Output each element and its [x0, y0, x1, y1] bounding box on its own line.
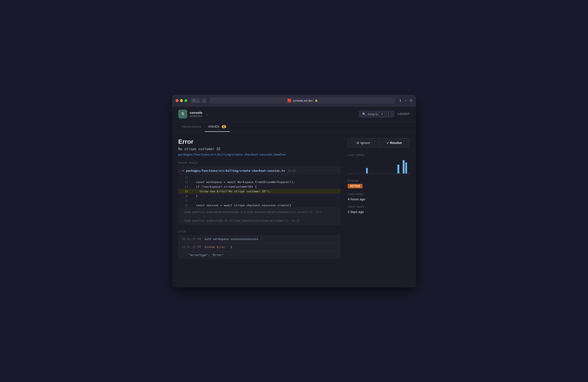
url-text: console.sst.dev: [293, 99, 313, 102]
share-button[interactable]: ⬆: [399, 98, 402, 103]
chart-bar: [369, 173, 371, 174]
chart-bar: [356, 173, 357, 174]
code-line-15-highlighted: 15 throw new Error("No stripe customer I…: [178, 189, 340, 194]
collapsed-frame-2-header[interactable]: › node_modules/.pnpm/sst@2.24.27/node_mo…: [178, 217, 340, 225]
right-panel: ⊘ Ignore ✓ Resolve LAST 24HRS STATUS ACT…: [348, 138, 410, 281]
top-bar: S console production ⌄ 🔍 Jump to ⌘ K LOG…: [172, 107, 416, 122]
chart-bar: [397, 165, 399, 174]
issues-badge: 5: [222, 125, 226, 128]
tab-favicon: 🟥: [287, 99, 291, 102]
error-message: No stripe customer ID: [178, 147, 340, 151]
chart-bar: [408, 173, 410, 174]
logout-button[interactable]: LOGOUT: [398, 112, 410, 115]
brand-chevron-icon[interactable]: ⌄: [206, 112, 209, 116]
main-content: Error No stripe customer ID packages/fun…: [172, 132, 416, 287]
new-tab-button[interactable]: +: [405, 98, 407, 103]
chart-container: [348, 159, 410, 174]
frame-expand-icon-2: ›: [182, 219, 183, 222]
error-path[interactable]: packages/functions/src/billing/create-ch…: [178, 153, 340, 156]
chart-bar: [358, 173, 360, 174]
code-line-12: 12: [178, 175, 340, 180]
log-content-2: Invoke Error {: [204, 245, 232, 249]
maximize-button[interactable]: [185, 99, 187, 102]
primary-frame-path: packages/functions/src/billing/create-ch…: [186, 169, 285, 172]
logs-container: 12:51:27 PM auth workspace xxxxxxxxxxxxx…: [178, 235, 340, 259]
sidebar-toggle[interactable]: ⊡ ⌄: [191, 98, 200, 103]
nav-item-resources[interactable]: RESOURCES: [178, 122, 205, 132]
log-time-1: 12:51:27 PM: [182, 237, 201, 241]
error-title: Error: [178, 138, 340, 145]
chart-bar: [381, 173, 384, 174]
primary-frame-location: 15:43: [288, 169, 295, 172]
primary-stack-frame: ▼ packages/functions/src/billing/create-…: [178, 166, 340, 208]
top-bar-right: 🔍 Jump to ⌘ K LOGOUT: [359, 111, 410, 118]
logs-label: LOGS: [178, 230, 340, 233]
log-line-2: 12:51:27 PM Invoke Error {: [178, 243, 340, 251]
chart-bar: [374, 173, 376, 174]
last-seen-value: 4 hours ago: [348, 197, 410, 201]
code-line-16: 16 }: [178, 194, 340, 198]
ignore-icon: ⊘: [357, 141, 359, 145]
log-line-3: "errorType": "Error": [178, 251, 340, 259]
search-icon: 🔍: [362, 112, 366, 116]
back-button[interactable]: ‹: [202, 98, 207, 103]
chart-bar: [392, 173, 394, 174]
chart-bar: [384, 173, 386, 174]
browser-chrome: ⊡ ⌄ ‹ 🟥 console.sst.dev 🔒 ⬆ + ⧉: [172, 95, 416, 107]
last-seen-section: LAST SEEN 4 hours ago: [348, 193, 410, 201]
frame-expand-icon-1: ›: [182, 211, 183, 213]
nav-bar: RESOURCES ISSUES 5: [172, 122, 416, 132]
brand-logo: S: [178, 110, 187, 118]
collapsed-frame-1-header[interactable]: › node_modules/.pnpm/@noble+hashes@1.3.2…: [178, 208, 340, 216]
code-line-13: 13 const workspace = await Workspace.fro…: [178, 180, 340, 184]
chart-bar: [350, 173, 352, 174]
code-block: 12 13 const workspace = await Workspace.…: [178, 175, 340, 208]
log-line-1: 12:51:27 PM auth workspace xxxxxxxxxxxxx…: [178, 235, 340, 243]
chart-bar: [387, 173, 389, 174]
code-line-17: 17: [178, 198, 340, 203]
nav-item-issues[interactable]: ISSUES 5: [205, 122, 230, 132]
chart-bar: [348, 173, 350, 174]
minimize-button[interactable]: [180, 99, 183, 102]
kbd-k: K: [386, 112, 391, 116]
ignore-button[interactable]: ⊘ Ignore: [348, 138, 379, 147]
ignore-label: Ignore: [360, 141, 370, 145]
chart-bar: [405, 162, 407, 174]
traffic-lights: [176, 99, 187, 102]
action-buttons: ⊘ Ignore ✓ Resolve: [348, 138, 410, 148]
log-time-2: 12:51:27 PM: [182, 245, 201, 249]
chart-bar: [395, 173, 397, 174]
collapsed-frame-2: › node_modules/.pnpm/sst@2.24.27/node_mo…: [178, 217, 340, 225]
chart-bar: [390, 173, 392, 174]
primary-frame-header[interactable]: ▼ packages/functions/src/billing/create-…: [178, 166, 340, 175]
first-seen-value: 2 days ago: [348, 210, 410, 214]
kbd-cmd: ⌘: [379, 112, 385, 116]
collapsed-location-2: 28:38: [291, 219, 299, 222]
brand-section: S console production ⌄: [178, 110, 209, 118]
stack-trace-label: STACK TRACE: [178, 161, 340, 164]
chart-section: LAST 24HRS: [348, 154, 410, 174]
first-seen-label: FIRST SEEN: [348, 205, 410, 208]
jump-to-button[interactable]: 🔍 Jump to ⌘ K: [359, 111, 394, 118]
brand-info: console production: [190, 111, 202, 118]
brand-name: console: [190, 111, 202, 114]
resolve-label: ✓ Resolve: [386, 141, 402, 145]
lock-icon: 🔒: [315, 99, 318, 102]
left-panel: Error No stripe customer ID packages/fun…: [178, 138, 340, 281]
chart-bar: [363, 173, 365, 174]
jump-to-label: Jump to: [368, 112, 378, 116]
frame-collapse-icon: ▼: [182, 169, 184, 172]
browser-window: ⊡ ⌄ ‹ 🟥 console.sst.dev 🔒 ⬆ + ⧉ S consol…: [172, 95, 416, 287]
chart-bar: [403, 160, 405, 174]
brand-env: production: [190, 114, 202, 118]
collapsed-path-2: node_modules/.pnpm/sst@2.24.27/node_modu…: [185, 219, 289, 222]
address-bar[interactable]: 🟥 console.sst.dev 🔒: [210, 97, 395, 104]
stack-trace-container: ▼ packages/functions/src/billing/create-…: [178, 166, 340, 225]
duplicate-button[interactable]: ⧉: [410, 98, 412, 103]
chart-label: LAST 24HRS: [348, 154, 410, 157]
last-seen-label: LAST SEEN: [348, 193, 410, 195]
status-label: STATUS: [348, 180, 410, 182]
status-badge: ACTIVE: [348, 184, 362, 188]
close-button[interactable]: [176, 99, 178, 102]
resolve-button[interactable]: ✓ Resolve: [379, 138, 410, 147]
